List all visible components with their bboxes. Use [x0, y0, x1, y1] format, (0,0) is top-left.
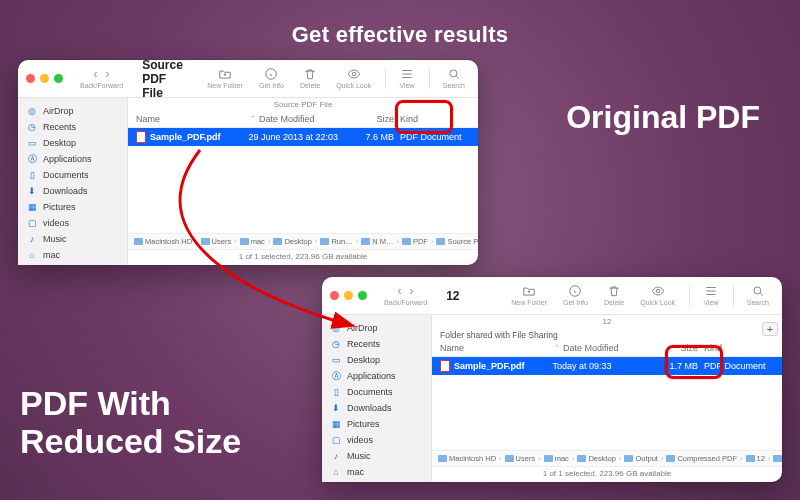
sidebar-item[interactable]: ⒶApplications — [322, 368, 431, 384]
sidebar-item-label: Pictures — [43, 202, 76, 212]
sidebar-item[interactable]: ▢PDF File Compressor — [18, 263, 127, 265]
sidebar-item-label: Recents — [347, 339, 380, 349]
home-icon: ⌂ — [330, 466, 342, 478]
sidebar-item-label: mac — [43, 250, 60, 260]
path-segment[interactable]: mac — [240, 237, 265, 246]
folder-icon — [666, 455, 675, 462]
chevron-left-icon: ‹ — [92, 68, 100, 80]
sidebar-item-label: AirDrop — [43, 106, 74, 116]
back-forward[interactable]: ‹› Back/Forward — [379, 285, 432, 306]
svg-point-1 — [352, 72, 356, 76]
folder-icon — [320, 238, 329, 245]
toolbar-label: Delete — [300, 82, 320, 89]
path-segment[interactable]: 12 — [746, 454, 765, 463]
sidebar-item[interactable]: ▢PDF File Compressor — [322, 480, 431, 482]
close-button[interactable] — [26, 74, 35, 83]
search-button[interactable]: Search — [438, 68, 470, 89]
svg-point-4 — [656, 289, 660, 293]
apps-icon: Ⓐ — [330, 370, 342, 382]
path-label: Run… — [331, 237, 352, 246]
eye-icon — [347, 68, 361, 80]
path-segment[interactable]: Users — [505, 454, 536, 463]
view-button[interactable]: View — [394, 68, 419, 89]
path-segment[interactable]: N M… — [361, 237, 393, 246]
path-segment[interactable]: Compressed PDF — [666, 454, 737, 463]
quick-look-button[interactable]: Quick Look — [331, 68, 376, 89]
path-segment[interactable]: Run… — [320, 237, 352, 246]
zoom-button[interactable] — [358, 291, 367, 300]
clock-icon: ◷ — [330, 338, 342, 350]
sidebar-item[interactable]: ⒶApplications — [18, 151, 127, 167]
headline: Get effective results — [0, 22, 800, 48]
file-date: 29 June 2013 at 22:03 — [249, 132, 340, 142]
search-button[interactable]: Search — [742, 285, 774, 306]
path-bar: Macintosh HD›Users›mac›Desktop›Output›Co… — [432, 450, 782, 466]
sidebar-item[interactable]: ▭Desktop — [322, 352, 431, 368]
new-folder-button[interactable]: New Folder — [506, 285, 552, 306]
chevron-right-icon: › — [740, 454, 743, 463]
col-date[interactable]: ⌃ Date Modified — [249, 114, 340, 124]
add-button[interactable]: + — [762, 322, 778, 336]
doc-icon: ▯ — [26, 169, 38, 181]
path-segment[interactable]: Sample_PDF.pdf — [773, 454, 782, 463]
new-folder-button[interactable]: New Folder — [202, 68, 248, 89]
sidebar-item[interactable]: ⌂mac — [322, 464, 431, 480]
get-info-button[interactable]: Get Info — [558, 285, 593, 306]
sidebar-item[interactable]: ♪Music — [18, 231, 127, 247]
sidebar-item[interactable]: ◎AirDrop — [18, 103, 127, 119]
path-segment[interactable]: Macintosh HD — [438, 454, 496, 463]
sidebar-item-label: Documents — [43, 170, 89, 180]
close-button[interactable] — [330, 291, 339, 300]
sidebar-item-label: Downloads — [347, 403, 392, 413]
col-size[interactable]: Size — [340, 114, 400, 124]
path-segment[interactable]: Output — [624, 454, 658, 463]
col-date[interactable]: ⌃ Date Modified — [553, 343, 644, 353]
sidebar-item[interactable]: ▯Documents — [18, 167, 127, 183]
sidebar-item[interactable]: ⬇Downloads — [322, 400, 431, 416]
toolbar-label: New Folder — [207, 82, 243, 89]
search-icon — [751, 285, 765, 297]
sidebar-item[interactable]: ▢videos — [322, 432, 431, 448]
highlight-reduced-size — [665, 345, 723, 379]
col-name[interactable]: Name — [136, 114, 249, 124]
desktop-icon: ▭ — [330, 354, 342, 366]
window-controls — [26, 74, 63, 83]
file-row[interactable]: Sample_PDF.pdf Today at 09:33 1.7 MB PDF… — [432, 357, 782, 375]
path-segment[interactable]: Desktop — [577, 454, 616, 463]
path-segment[interactable]: Source PDF File — [436, 237, 478, 246]
get-info-button[interactable]: Get Info — [254, 68, 289, 89]
sidebar-item[interactable]: ♪Music — [322, 448, 431, 464]
path-segment[interactable]: Users — [201, 237, 232, 246]
sidebar-item[interactable]: ⬇Downloads — [18, 183, 127, 199]
sidebar-item[interactable]: ⌂mac — [18, 247, 127, 263]
chevron-right-icon: › — [768, 454, 771, 463]
col-name[interactable]: Name — [440, 343, 553, 353]
folder-icon: ▢ — [26, 217, 38, 229]
sidebar-item[interactable]: ▭Desktop — [18, 135, 127, 151]
minimize-button[interactable] — [344, 291, 353, 300]
path-segment[interactable]: Macintosh HD — [134, 237, 192, 246]
sidebar-item[interactable]: ▦Pictures — [322, 416, 431, 432]
sidebar-item[interactable]: ◷Recents — [322, 336, 431, 352]
back-forward[interactable]: ‹› Back/Forward — [75, 68, 128, 89]
sidebar-item[interactable]: ◎AirDrop — [322, 320, 431, 336]
view-button[interactable]: View — [698, 285, 723, 306]
path-segment[interactable]: PDF — [402, 237, 428, 246]
sidebar-item[interactable]: ▦Pictures — [18, 199, 127, 215]
sidebar-item[interactable]: ▢videos — [18, 215, 127, 231]
sidebar-item[interactable]: ▯Documents — [322, 384, 431, 400]
path-segment[interactable]: Desktop — [273, 237, 312, 246]
delete-button[interactable]: Delete — [599, 285, 629, 306]
caption-original: Original PDF — [566, 100, 760, 135]
path-label: Desktop — [284, 237, 312, 246]
sidebar-item[interactable]: ◷Recents — [18, 119, 127, 135]
quick-look-button[interactable]: Quick Look — [635, 285, 680, 306]
delete-button[interactable]: Delete — [295, 68, 325, 89]
minimize-button[interactable] — [40, 74, 49, 83]
path-segment[interactable]: mac — [544, 454, 569, 463]
pic-icon: ▦ — [330, 418, 342, 430]
path-label: Users — [212, 237, 232, 246]
zoom-button[interactable] — [54, 74, 63, 83]
sidebar: ◎AirDrop◷Recents▭DesktopⒶApplications▯Do… — [18, 98, 128, 265]
svg-point-2 — [450, 70, 457, 77]
